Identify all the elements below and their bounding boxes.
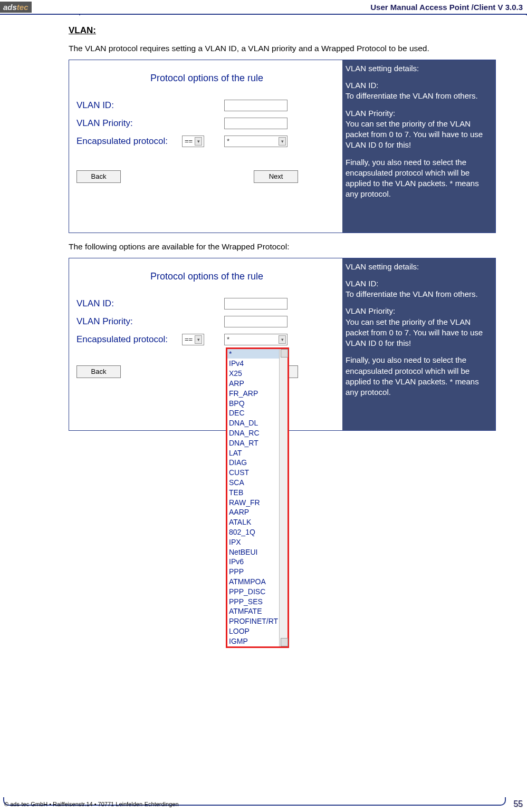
- section-title: VLAN:: [69, 25, 495, 36]
- followup-paragraph: The following options are available for …: [69, 241, 495, 253]
- protocol-option[interactable]: LOOP: [227, 626, 288, 636]
- protocol-option[interactable]: PPP: [227, 567, 288, 577]
- label-vlan-id: VLAN ID:: [76, 298, 182, 309]
- protocol-option[interactable]: CUST: [227, 468, 288, 478]
- help-vlan-priority-title: VLAN Priority:: [346, 108, 492, 119]
- vlan-priority-input[interactable]: [224, 316, 288, 327]
- doc-title: User Manual Access Point /Client V 3.0.3: [32, 3, 527, 12]
- vlan-id-input[interactable]: [224, 100, 288, 111]
- page-header: adstec User Manual Access Point /Client …: [0, 0, 527, 15]
- logo: adstec: [0, 2, 32, 13]
- help-vlan-priority-title: VLAN Priority:: [346, 306, 492, 316]
- protocol-option[interactable]: IPv4: [227, 359, 288, 369]
- protocol-option[interactable]: ATMMPOA: [227, 577, 288, 587]
- logo-ads: ads: [3, 3, 17, 12]
- protocol-option[interactable]: IGMP: [227, 636, 288, 646]
- protocol-dropdown[interactable]: *IPv4X25ARPFR_ARPBPQDECDNA_DLDNA_RCDNA_R…: [226, 347, 289, 648]
- protocol-option[interactable]: ATMFATE: [227, 606, 288, 616]
- protocol-option[interactable]: PPP_SES: [227, 597, 288, 607]
- help-vlan-id-title: VLAN ID:: [346, 278, 492, 289]
- protocol-option[interactable]: 802_1Q: [227, 527, 288, 537]
- help-vlan-id-text: To differentiate the VLAN from others.: [346, 289, 492, 299]
- logo-tec: tec: [17, 3, 28, 12]
- dialog-title: Protocol options of the rule: [76, 73, 337, 84]
- protocol-option[interactable]: DNA_DL: [227, 418, 288, 428]
- help-vlan-id-text: To differentiate the VLAN from others.: [346, 91, 492, 101]
- vlan-id-input[interactable]: [224, 298, 288, 310]
- help-heading: VLAN setting details:: [346, 262, 492, 272]
- operator-select[interactable]: == ▾: [182, 136, 204, 147]
- operator-value: ==: [185, 335, 193, 343]
- dialog-title: Protocol options of the rule: [76, 271, 337, 282]
- protocol-option[interactable]: PROFINET/RT: [227, 616, 288, 626]
- help-encapsulated-text: Finally, you also need to select the enc…: [346, 157, 492, 200]
- protocol-option[interactable]: IPv6: [227, 557, 288, 567]
- chevron-down-icon: ▾: [195, 137, 202, 146]
- protocol-option[interactable]: IPX: [227, 537, 288, 547]
- protocol-option[interactable]: BPQ: [227, 399, 288, 409]
- protocol-option[interactable]: DIAG: [227, 458, 288, 468]
- protocol-option[interactable]: *: [227, 349, 288, 359]
- operator-value: ==: [185, 137, 193, 145]
- vlan-dialog-figure-1: Protocol options of the rule VLAN ID: VL…: [69, 60, 496, 233]
- help-vlan-priority-text: You can set the priority of the VLAN pac…: [346, 317, 492, 349]
- scrollbar[interactable]: [279, 349, 288, 646]
- chevron-down-icon: ▾: [279, 335, 286, 344]
- protocol-value: *: [227, 137, 276, 145]
- protocol-option[interactable]: NetBEUI: [227, 547, 288, 557]
- label-encapsulated: Encapsulated protocol:: [76, 334, 182, 345]
- help-vlan-id-title: VLAN ID:: [346, 80, 492, 91]
- page-number: 55: [513, 799, 523, 809]
- back-button[interactable]: Back: [76, 365, 121, 378]
- help-encapsulated-text: Finally, you also need to select the enc…: [346, 355, 492, 398]
- next-button[interactable]: Next: [254, 170, 298, 183]
- protocol-option[interactable]: TEB: [227, 488, 288, 498]
- back-button[interactable]: Back: [76, 170, 121, 183]
- label-encapsulated: Encapsulated protocol:: [76, 136, 182, 147]
- help-sidebar: VLAN setting details: VLAN ID: To differ…: [342, 258, 495, 431]
- protocol-option[interactable]: DNA_RC: [227, 428, 288, 438]
- protocol-option[interactable]: ATALK: [227, 517, 288, 527]
- chevron-down-icon: ▾: [279, 137, 286, 146]
- label-vlan-priority: VLAN Priority:: [76, 118, 182, 129]
- intro-paragraph: The VLAN protocol requires setting a VLA…: [69, 43, 495, 54]
- vlan-priority-input[interactable]: [224, 118, 288, 129]
- chevron-down-icon: ▾: [195, 335, 202, 344]
- protocol-option[interactable]: AARP: [227, 507, 288, 517]
- help-heading: VLAN setting details:: [346, 63, 492, 74]
- protocol-option[interactable]: FR_ARP: [227, 389, 288, 399]
- protocol-option[interactable]: X25: [227, 369, 288, 379]
- protocol-option[interactable]: DEC: [227, 408, 288, 418]
- protocol-option[interactable]: PPP_DISC: [227, 587, 288, 597]
- label-vlan-id: VLAN ID:: [76, 100, 182, 111]
- operator-select[interactable]: == ▾: [182, 334, 204, 345]
- protocol-select[interactable]: * ▾: [224, 136, 288, 147]
- vlan-dialog-figure-2: Protocol options of the rule VLAN ID: VL…: [69, 258, 496, 431]
- label-vlan-priority: VLAN Priority:: [76, 316, 182, 327]
- protocol-option[interactable]: DNA_RT: [227, 438, 288, 448]
- protocol-option[interactable]: SCA: [227, 478, 288, 488]
- protocol-option[interactable]: ARP: [227, 379, 288, 389]
- copyright: © ads-tec GmbH • Raiffeisenstr.14 • 7077…: [4, 801, 179, 807]
- protocol-option[interactable]: RAW_FR: [227, 498, 288, 508]
- protocol-option[interactable]: LAT: [227, 448, 288, 458]
- protocol-select[interactable]: * ▾: [224, 334, 288, 345]
- help-sidebar: VLAN setting details: VLAN ID: To differ…: [342, 60, 495, 233]
- protocol-value: *: [227, 335, 276, 343]
- help-vlan-priority-text: You can set the priority of the VLAN pac…: [346, 119, 492, 151]
- page-footer: © ads-tec GmbH • Raiffeisenstr.14 • 7077…: [0, 799, 527, 809]
